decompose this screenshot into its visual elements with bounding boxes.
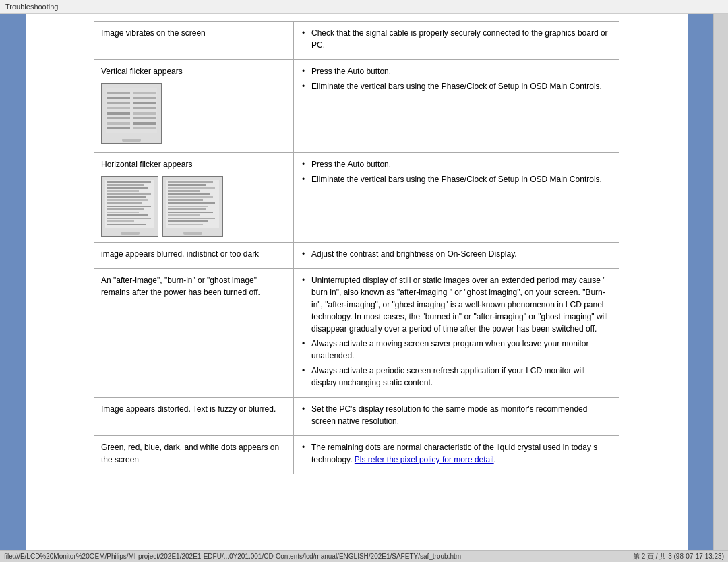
browser-layout: Image vibrates on the screen Check that … bbox=[0, 14, 728, 561]
solution-list: Check that the signal cable is properly … bbox=[301, 27, 612, 51]
table-row: Green, red, blue, dark, and white dots a… bbox=[94, 436, 619, 474]
table-row: Image vibrates on the screen Check that … bbox=[94, 22, 619, 60]
status-url: file:///E/LCD%20Monitor%20OEM/Philips/MI… bbox=[4, 553, 461, 560]
list-item: Eliminate the vertical bars using the Ph… bbox=[301, 80, 612, 92]
table-row: An "after-image", "burn-in" or "ghost im… bbox=[94, 269, 619, 398]
solution-list: Adjust the contrast and brightness on On… bbox=[301, 248, 612, 260]
troubleshooting-table: Image vibrates on the screen Check that … bbox=[94, 21, 619, 474]
list-item: Adjust the contrast and brightness on On… bbox=[301, 248, 612, 260]
solution-cell: Set the PC's display resolution to the s… bbox=[294, 398, 619, 436]
list-item: Eliminate the vertical bars using the Ph… bbox=[301, 173, 612, 185]
solution-list: The remaining dots are normal characteri… bbox=[301, 441, 612, 466]
list-item: Always activate a moving screen saver pr… bbox=[301, 338, 612, 362]
list-item: Press the Auto button. bbox=[301, 65, 612, 77]
problem-text: Image vibrates on the screen bbox=[101, 28, 206, 38]
problem-text: Green, red, blue, dark, and white dots a… bbox=[101, 443, 279, 464]
content-area: Image vibrates on the screen Check that … bbox=[26, 14, 688, 561]
problem-cell: Image vibrates on the screen bbox=[94, 22, 294, 60]
vertical-flicker-image bbox=[101, 83, 286, 147]
solution-list: Press the Auto button. Eliminate the ver… bbox=[301, 158, 612, 185]
pixel-policy-link[interactable]: Pls refer the pixel policy for more deta… bbox=[355, 455, 494, 464]
solution-cell: Check that the signal cable is properly … bbox=[294, 22, 619, 60]
status-page-info: 第 2 頁 / 共 3 (98-07-17 13:23) bbox=[633, 552, 724, 561]
status-bar: file:///E/LCD%20Monitor%20OEM/Philips/MI… bbox=[0, 550, 728, 562]
far-right-panel bbox=[713, 14, 728, 561]
solution-list: Press the Auto button. Eliminate the ver… bbox=[301, 65, 612, 92]
solution-list: Uninterrupted display of still or static… bbox=[301, 274, 612, 389]
problem-cell: Horizontal flicker appears bbox=[94, 153, 294, 243]
table-row: Vertical flicker appears bbox=[94, 60, 619, 153]
table-row: Image appears distorted. Text is fuzzy o… bbox=[94, 398, 619, 436]
problem-text: image appears blurred, indistinct or too… bbox=[101, 249, 259, 259]
problem-cell: Green, red, blue, dark, and white dots a… bbox=[94, 436, 294, 474]
problem-text: Image appears distorted. Text is fuzzy o… bbox=[101, 404, 276, 414]
solution-cell: Uninterrupted display of still or static… bbox=[294, 269, 619, 398]
solution-cell: Adjust the contrast and brightness on On… bbox=[294, 243, 619, 269]
list-item: Uninterrupted display of still or static… bbox=[301, 274, 612, 335]
problem-text: Horizontal flicker appears bbox=[101, 158, 286, 170]
left-sidebar bbox=[0, 14, 26, 561]
list-item: Press the Auto button. bbox=[301, 158, 612, 170]
horizontal-flicker-image bbox=[101, 176, 286, 237]
page-content: Image vibrates on the screen Check that … bbox=[94, 21, 619, 474]
problem-text: Vertical flicker appears bbox=[101, 65, 286, 77]
table-row: Horizontal flicker appears bbox=[94, 153, 619, 243]
list-item: The remaining dots are normal characteri… bbox=[301, 441, 612, 466]
top-bar: Troubleshooting bbox=[0, 0, 728, 14]
list-item: Set the PC's display resolution to the s… bbox=[301, 403, 612, 427]
top-bar-label: Troubleshooting bbox=[5, 3, 58, 11]
solution-cell: The remaining dots are normal characteri… bbox=[294, 436, 619, 474]
list-item: Check that the signal cable is properly … bbox=[301, 27, 612, 51]
problem-cell: image appears blurred, indistinct or too… bbox=[94, 243, 294, 269]
table-row: image appears blurred, indistinct or too… bbox=[94, 243, 619, 269]
list-item: Always activate a periodic screen refres… bbox=[301, 365, 612, 389]
solution-cell: Press the Auto button. Eliminate the ver… bbox=[294, 153, 619, 243]
problem-cell: Image appears distorted. Text is fuzzy o… bbox=[94, 398, 294, 436]
solution-list: Set the PC's display resolution to the s… bbox=[301, 403, 612, 427]
right-sidebar bbox=[688, 14, 713, 561]
solution-cell: Press the Auto button. Eliminate the ver… bbox=[294, 60, 619, 153]
problem-cell: Vertical flicker appears bbox=[94, 60, 294, 153]
problem-cell: An "after-image", "burn-in" or "ghost im… bbox=[94, 269, 294, 398]
problem-text: An "after-image", "burn-in" or "ghost im… bbox=[101, 276, 260, 297]
